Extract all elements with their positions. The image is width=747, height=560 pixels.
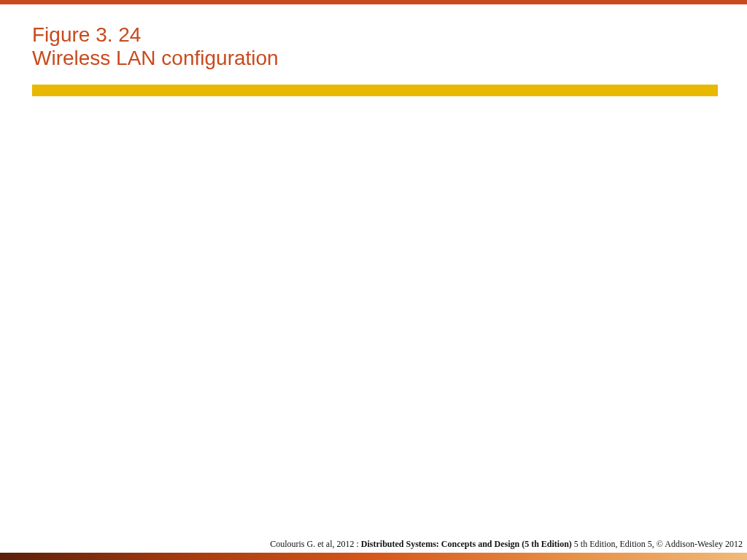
top-accent-bar: [0, 0, 747, 4]
bottom-accent-bar: [0, 553, 747, 560]
title-underline-bar: [32, 85, 718, 96]
title-line-1: Figure 3. 24: [32, 23, 279, 47]
slide-title: Figure 3. 24 Wireless LAN configuration: [32, 23, 279, 70]
footer-suffix: 5 th Edition, Edition 5, © Addison-Wesle…: [572, 539, 743, 549]
footer-book-title: Distributed Systems: Concepts and Design…: [361, 539, 572, 549]
footer-citation: Coulouris G. et al, 2012 : Distributed S…: [270, 539, 743, 550]
footer-prefix: Coulouris G. et al, 2012 :: [270, 539, 361, 549]
title-line-2: Wireless LAN configuration: [32, 47, 279, 70]
